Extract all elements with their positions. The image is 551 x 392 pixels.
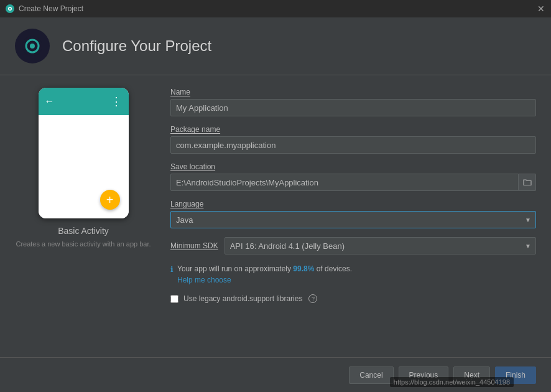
sdk-info-percent: 99.8% [293, 264, 314, 273]
cancel-button[interactable]: Cancel [349, 366, 393, 384]
help-me-choose-link[interactable]: Help me choose [177, 276, 231, 284]
close-button[interactable]: ✕ [536, 4, 546, 14]
sdk-info-suffix: of devices. [314, 264, 352, 273]
minimum-sdk-label: Minimum SDK [170, 241, 218, 250]
android-studio-icon [5, 4, 15, 14]
save-location-label: Save location [170, 162, 536, 171]
name-field-group: Name [170, 88, 536, 116]
name-input[interactable] [170, 99, 536, 116]
svg-point-2 [9, 8, 11, 10]
form-panel: Name Package name Save location Language [170, 88, 536, 345]
language-label: Language [170, 200, 536, 208]
phone-back-arrow-icon: ← [45, 96, 55, 107]
left-panel: ← ⋮ + Basic Activity Creates a new basic… [15, 88, 152, 345]
sdk-info-text: Your app will run on approximately 99.8%… [177, 263, 352, 286]
android-logo-icon [21, 35, 44, 57]
save-location-input[interactable] [170, 174, 519, 191]
dialog-header: Configure Your Project [0, 17, 551, 75]
package-name-field-group: Package name [170, 125, 536, 154]
language-field-group: Language Java Kotlin ▼ [170, 200, 536, 228]
title-bar-label: Create New Project [19, 4, 536, 13]
phone-menu-dots-icon: ⋮ [111, 95, 123, 108]
header-logo [15, 29, 50, 63]
browse-folder-button[interactable] [519, 174, 536, 191]
svg-point-5 [30, 44, 35, 49]
legacy-support-help-icon[interactable]: ? [308, 294, 317, 303]
bottom-bar: Cancel Previous Next Finish https://blog… [0, 357, 551, 392]
legacy-support-checkbox[interactable] [170, 295, 178, 303]
name-label: Name [170, 88, 536, 96]
save-location-field-group: Save location [170, 162, 536, 191]
phone-topbar: ← ⋮ [39, 88, 129, 115]
info-icon: ℹ [170, 264, 174, 275]
language-select-wrapper: Java Kotlin ▼ [170, 211, 536, 228]
minimum-sdk-select[interactable]: API 16: Android 4.1 (Jelly Bean) API 21:… [225, 237, 536, 254]
minimum-sdk-row: Minimum SDK API 16: Android 4.1 (Jelly B… [170, 237, 536, 254]
title-bar: Create New Project ✕ [0, 0, 551, 17]
legacy-support-checkbox-row: Use legacy android.support libraries ? [170, 294, 536, 303]
package-name-label: Package name [170, 125, 536, 134]
save-location-input-container [170, 174, 536, 191]
language-select[interactable]: Java Kotlin [170, 211, 536, 228]
sdk-info-prefix: Your app will run on approximately [177, 264, 293, 273]
folder-icon [523, 179, 532, 186]
phone-mockup: ← ⋮ + [39, 88, 129, 218]
package-name-input[interactable] [170, 136, 536, 154]
main-content: ← ⋮ + Basic Activity Creates a new basic… [0, 75, 551, 357]
phone-fab-button: + [100, 190, 120, 210]
activity-title: Basic Activity [58, 226, 109, 236]
dialog-title: Configure Your Project [62, 37, 211, 55]
activity-description: Creates a new basic activity with an app… [16, 240, 150, 249]
sdk-select-wrapper: API 16: Android 4.1 (Jelly Bean) API 21:… [225, 237, 536, 254]
watermark-text: https://blog.csdn.net/weixin_44504198 [390, 377, 514, 387]
legacy-support-label: Use legacy android.support libraries [183, 294, 302, 303]
sdk-info-row: ℹ Your app will run on approximately 99.… [170, 263, 536, 286]
